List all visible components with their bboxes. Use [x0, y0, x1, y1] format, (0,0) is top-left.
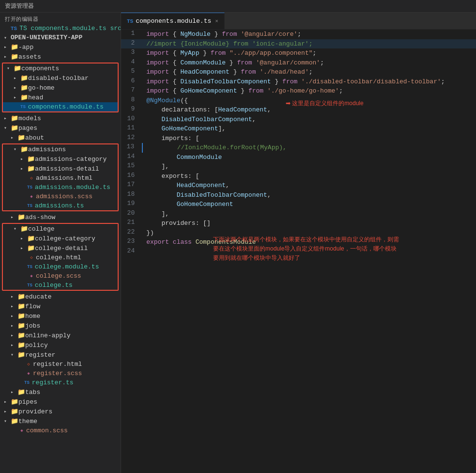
folder-icon: 📁 — [17, 331, 25, 339]
item-label: college-category — [35, 235, 95, 242]
item-label: tabs — [25, 389, 40, 396]
sidebar-item-college[interactable]: 📁college — [3, 224, 118, 234]
line-number: 20 — [121, 209, 142, 219]
tab-close-icon[interactable]: × — [215, 18, 218, 24]
code-line: 19 GoHomeComponent — [121, 200, 476, 209]
code-line: 20 ], — [121, 209, 476, 219]
code-line: 7import { GoHomeComponent } from './go-h… — [121, 86, 476, 96]
sidebar-item-college.html[interactable]: ◇college.html — [3, 253, 118, 262]
sidebar-item-educate[interactable]: 📁educate — [0, 292, 121, 301]
sidebar-item-register[interactable]: 📁register — [0, 350, 121, 360]
line-number: 7 — [121, 86, 142, 96]
kw-token: import — [146, 68, 169, 76]
sidebar-item-assets[interactable]: 📁assets — [0, 52, 121, 62]
sidebar-item-tabs[interactable]: 📁tabs — [0, 387, 121, 397]
sidebar-item-disabled-toolbar[interactable]: 📁disabled-toolbar — [3, 73, 118, 83]
tab-ts-badge: TS — [127, 18, 133, 24]
sidebar-item-college.ts[interactable]: TScollege.ts — [3, 281, 118, 290]
item-label: admissions.html — [36, 174, 92, 182]
arrow-icon — [11, 214, 17, 220]
folder-icon: 📁 — [17, 351, 25, 359]
line-number: 3 — [121, 48, 142, 58]
folder-icon: 📁 — [17, 134, 25, 142]
op-token — [146, 201, 176, 208]
arrow-icon — [11, 135, 17, 141]
sidebar-item-pages[interactable]: 📁pages — [0, 123, 121, 133]
sidebar-item-models[interactable]: 📁models — [0, 113, 121, 123]
title-bar: 资源管理器 — [0, 0, 476, 13]
line-content: ], — [142, 209, 476, 219]
arrow-icon — [11, 389, 17, 395]
sidebar-item-components.module.ts[interactable]: TScomponents.module.ts — [3, 102, 118, 111]
var-token: DisabledToolbarComponent — [177, 191, 267, 199]
item-label: college-detail — [35, 245, 88, 252]
sidebar-item-head[interactable]: 📁head — [3, 93, 118, 102]
line-number: 6 — [121, 77, 142, 87]
folder-icon: 📁 — [17, 312, 25, 320]
sidebar-item-register.ts[interactable]: TSregister.ts — [0, 378, 121, 387]
line-content: import { CommonModule } from '@angular/c… — [142, 58, 476, 68]
sidebar-item-college-category[interactable]: 📁college-category — [3, 234, 118, 243]
line-number: 15 — [121, 162, 142, 172]
line-content: HeadComponent, — [142, 181, 476, 190]
line-content: ], — [142, 162, 476, 172]
line-number: 14 — [121, 153, 142, 162]
item-label: theme — [18, 418, 37, 425]
sidebar-item-about[interactable]: 📁about — [0, 133, 121, 142]
sidebar-item-admissions[interactable]: 📁admissions — [3, 144, 118, 154]
sidebar[interactable]: 打开的编辑器TSTS components.module.ts src/comp… — [0, 13, 121, 473]
section-open-editors: 打开的编辑器 — [0, 13, 121, 24]
sidebar-item-ads-show[interactable]: 📁ads-show — [0, 212, 121, 222]
arrow-icon — [7, 65, 14, 71]
sidebar-item-admissions.scss[interactable]: ◈admissions.scss — [3, 192, 118, 201]
sidebar-item-common.scss[interactable]: ◈common.scss — [0, 426, 121, 435]
project-arrow — [4, 35, 11, 41]
sidebar-item-app[interactable]: 📁-app — [0, 42, 121, 52]
arrow-icon — [20, 236, 27, 241]
folder-icon: 📁 — [11, 417, 18, 425]
ts-icon: TS — [27, 265, 32, 269]
sidebar-item-home[interactable]: 📁home — [0, 311, 121, 321]
sidebar-item-components[interactable]: 📁components — [3, 63, 118, 73]
sidebar-item-theme[interactable]: 📁theme — [0, 416, 121, 426]
sidebar-item-college.scss[interactable]: ◈college.scss — [3, 271, 118, 281]
sidebar-item-policy[interactable]: 📁policy — [0, 340, 121, 350]
editor-content[interactable]: 1import { NgModule } from '@angular/core… — [121, 30, 476, 473]
sidebar-item-admissions-category[interactable]: 📁admissions-category — [3, 154, 118, 164]
sidebar-item-admissions.module.ts[interactable]: TSadmissions.module.ts — [3, 183, 118, 192]
arrow-icon — [4, 399, 11, 405]
kw-token: from — [222, 31, 237, 38]
open-file-item[interactable]: TSTS components.module.ts src/compo... — [0, 24, 121, 33]
op-token — [146, 125, 161, 132]
sidebar-item-college-detail[interactable]: 📁college-detail — [3, 243, 118, 253]
line-content: import { HeadComponent } from './head/he… — [142, 67, 476, 77]
ts-icon: TS — [20, 105, 26, 110]
sidebar-item-admissions.html[interactable]: ◇admissions.html — [3, 173, 118, 183]
sidebar-item-online-apply[interactable]: 📁online-apply — [0, 331, 121, 340]
item-label: about — [25, 134, 44, 142]
sidebar-item-jobs[interactable]: 📁jobs — [0, 321, 121, 331]
sidebar-item-admissions-detail[interactable]: 📁admissions-detail — [3, 164, 118, 173]
line-content: DisabledToolbarComponent, — [142, 190, 476, 200]
line-content — [142, 247, 476, 254]
op-token: ], — [146, 210, 169, 218]
var-token: HeadComponent — [180, 68, 229, 76]
line-number: 21 — [121, 219, 142, 228]
sidebar-item-college.module.ts[interactable]: TScollege.module.ts — [3, 262, 118, 271]
sidebar-item-register.html[interactable]: ◇register.html — [0, 360, 121, 369]
folder-icon: 📁 — [17, 213, 25, 221]
sidebar-item-flow[interactable]: 📁flow — [0, 301, 121, 311]
sidebar-item-providers[interactable]: 📁providers — [0, 407, 121, 416]
sidebar-item-register.scss[interactable]: ◈register.scss — [0, 369, 121, 378]
line-content: import { NgModule } from '@angular/core'… — [142, 30, 476, 39]
arrow-icon — [4, 409, 11, 414]
project-name: OPEN-UNIVERSITY-APP — [0, 33, 121, 42]
var-token: DisabledToolbarComponent — [161, 116, 252, 123]
sidebar-item-go-home[interactable]: 📁go-home — [3, 83, 118, 93]
sidebar-item-admissions.ts[interactable]: TSadmissions.ts — [3, 201, 118, 210]
arrow-icon — [11, 323, 17, 329]
var-token: DisabledToolbarComponent — [180, 78, 271, 85]
tab-components-module[interactable]: TS components.module.ts × — [121, 13, 225, 29]
sidebar-item-pipes[interactable]: 📁pipes — [0, 397, 121, 407]
var-token: GoHomeComponent — [177, 201, 233, 208]
